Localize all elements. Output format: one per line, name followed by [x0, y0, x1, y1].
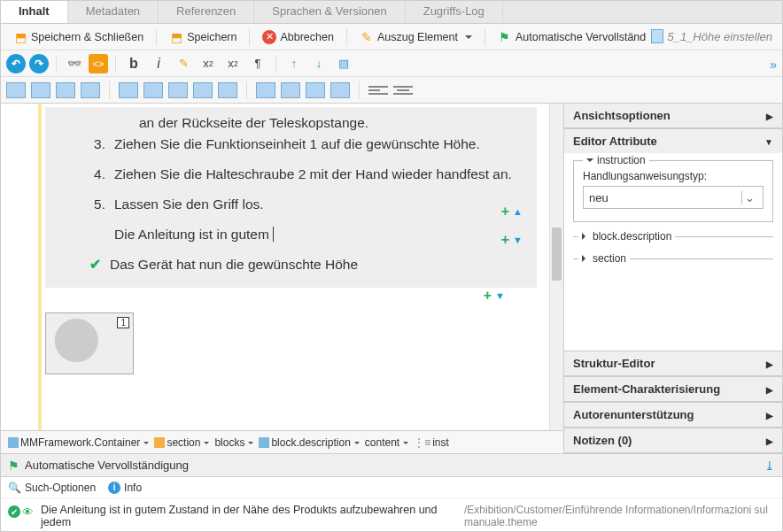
toolbar-format: ↶ ↷ 👓 <> b i ✎ x2 x2 ¶ ↑ ↓ ▧ » — [1, 50, 782, 77]
accordion-author-support[interactable]: Autorenunterstützung — [564, 402, 782, 428]
save-button[interactable]: ⬒ Speichern — [162, 27, 244, 47]
section-legend[interactable]: section — [578, 252, 630, 265]
view-options-label: Ansichtsoptionen — [573, 109, 671, 122]
insert-handle-3[interactable]: +▼ — [484, 288, 505, 304]
accordion-struct-editor[interactable]: Struktur-Editor — [564, 351, 782, 376]
step-text: Ziehen Sie die Funktionseinheit 1 auf di… — [114, 134, 480, 155]
arrow-up-icon: ▲ — [513, 204, 523, 220]
tab-references[interactable]: Referenzen — [159, 1, 254, 23]
container-icon — [8, 437, 19, 448]
align-center-button[interactable] — [393, 83, 413, 97]
autocomplete-result-row[interactable]: ✔ 👁 Die Anleitung ist in gutem Zustand i… — [1, 498, 782, 532]
chevron-right-icon — [766, 383, 773, 396]
section-icon — [154, 437, 165, 448]
bottom-panel: ⚑ Automatische Vervollständigung ⤓ 🔍 Suc… — [1, 453, 782, 532]
save-close-button[interactable]: ⬒ Speichern & Schließen — [6, 27, 151, 47]
insert-handle-1[interactable]: +▲ — [501, 201, 523, 223]
glasses-icon[interactable]: 👓 — [64, 53, 85, 74]
scrollbar[interactable] — [549, 104, 563, 430]
insert-handle-2[interactable]: +▼ — [501, 229, 523, 251]
expand-format-toolbar[interactable]: » — [770, 58, 777, 72]
instruction-fieldset: instruction Handlungsanweisungstyp: neu … — [573, 160, 773, 222]
bottom-panel-title: Automatische Vervollständigung — [25, 459, 189, 472]
table-btn-5[interactable] — [119, 82, 138, 98]
arrow-up-button[interactable]: ↑ — [283, 53, 305, 74]
layers-button[interactable]: ▧ — [333, 53, 354, 74]
extract-element-button[interactable]: ✎ Auszug Element — [353, 27, 479, 47]
arrow-down-button[interactable]: ↓ — [308, 53, 329, 74]
tab-languages[interactable]: Sprachen & Versionen — [254, 1, 405, 23]
table-btn-13[interactable] — [330, 82, 350, 98]
subscript-button[interactable]: x2 — [198, 53, 219, 74]
accordion-view-options[interactable]: Ansichtsoptionen — [564, 104, 782, 128]
table-btn-10[interactable] — [256, 82, 275, 98]
editor-body[interactable]: an der Rückseite der Teleskopstange. 3.Z… — [1, 104, 563, 430]
italic-button[interactable]: i — [148, 53, 169, 74]
code-view-button[interactable]: <> — [89, 54, 108, 73]
tab-accesslog[interactable]: Zugriffs-Log — [406, 1, 503, 23]
table-btn-4[interactable] — [81, 82, 100, 98]
continuation-line: an der Rückseite der Teleskopstange. — [139, 112, 528, 134]
table-btn-12[interactable] — [306, 82, 325, 98]
bold-button[interactable]: b — [123, 53, 144, 74]
info-icon: i — [108, 482, 120, 494]
undo-button[interactable]: ↶ — [6, 54, 26, 73]
accordion-elem-char[interactable]: Element-Charakterisierung — [564, 376, 782, 402]
editor-attr-label: Editor Attribute — [573, 135, 657, 148]
table-btn-7[interactable] — [168, 82, 188, 98]
image-callout: 1 — [117, 317, 129, 328]
table-btn-3[interactable] — [56, 82, 75, 98]
cancel-icon: ✕ — [262, 30, 276, 44]
extract-label: Auszug Element — [377, 31, 458, 43]
blockdesc-legend[interactable]: block.description — [578, 230, 675, 243]
bc-inst[interactable]: ⋮≡inst — [414, 436, 449, 449]
instruction-legend[interactable]: instruction — [583, 154, 649, 166]
table-btn-1[interactable] — [6, 82, 26, 98]
embedded-image[interactable]: 1 — [45, 312, 134, 374]
save-icon: ⬒ — [169, 30, 183, 44]
search-options-button[interactable]: 🔍 Such-Optionen — [8, 482, 96, 494]
chevron-right-icon — [766, 409, 773, 421]
info-button[interactable]: i Info — [108, 482, 142, 494]
file-title-text: 5_1_Höhe einstellen — [667, 30, 772, 43]
superscript-button[interactable]: x2 — [222, 53, 244, 74]
step-text: Lassen Sie den Griff los. — [114, 194, 264, 215]
editor-attr-body: instruction Handlungsanweisungstyp: neu … — [564, 153, 782, 351]
bc-content[interactable]: content — [365, 436, 408, 449]
flag-icon: ⚑ — [498, 30, 512, 44]
align-left-button[interactable] — [368, 83, 388, 97]
scrollbar-thumb[interactable] — [552, 227, 562, 281]
chevron-right-icon — [766, 358, 773, 370]
ok-icon: ✔ — [8, 505, 20, 518]
bc-section[interactable]: section — [154, 436, 209, 449]
accordion-notes[interactable]: Notizen (0) — [564, 428, 782, 453]
bc-container[interactable]: MMFramework.Container — [8, 436, 149, 449]
table-btn-11[interactable] — [281, 82, 300, 98]
cancel-button[interactable]: ✕ Abbrechen — [255, 27, 340, 47]
accordion-editor-attr[interactable]: Editor Attribute — [564, 128, 782, 153]
typing-line[interactable]: Die Anleitung ist in gutem — [114, 224, 528, 245]
table-btn-6[interactable] — [143, 82, 163, 98]
chevron-right-icon — [766, 110, 773, 122]
step-num: 4. — [89, 164, 105, 185]
tab-content[interactable]: Inhalt — [1, 1, 68, 23]
table-btn-8[interactable] — [193, 82, 213, 98]
table-btn-9[interactable] — [218, 82, 237, 98]
expand-icon — [582, 255, 589, 262]
table-btn-2[interactable] — [31, 82, 50, 98]
bc-blocks[interactable]: blocks — [214, 436, 253, 449]
instruction-type-select[interactable]: neu ⌄ — [583, 186, 764, 209]
block-icon — [259, 437, 269, 448]
check-icon: ✔ — [89, 254, 101, 275]
breadcrumb: MMFramework.Container section blocks blo… — [1, 430, 563, 453]
collapse-bottom-panel[interactable]: ⤓ — [764, 459, 775, 473]
tab-metadata[interactable]: Metadaten — [68, 1, 159, 23]
redo-button[interactable]: ↷ — [29, 54, 49, 73]
bc-blockdesc[interactable]: block.description — [259, 436, 359, 449]
top-tabs: Inhalt Metadaten Referenzen Sprachen & V… — [1, 1, 782, 24]
pilcrow-button[interactable]: ¶ — [247, 53, 268, 74]
eye-icon: 👁 — [22, 505, 34, 528]
collapse-icon — [586, 158, 593, 166]
bottom-panel-header: ⚑ Automatische Vervollständigung ⤓ — [1, 454, 782, 477]
highlight-button[interactable]: ✎ — [173, 53, 194, 74]
